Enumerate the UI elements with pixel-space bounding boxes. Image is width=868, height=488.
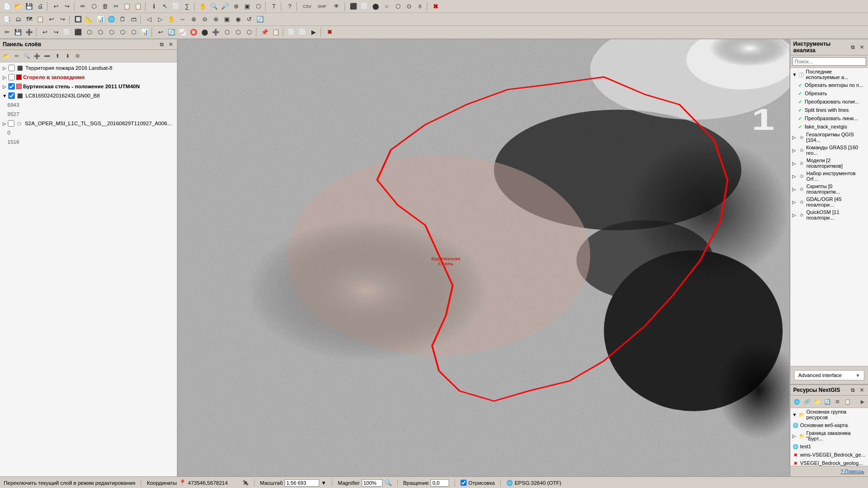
open-project-btn[interactable]: 📂	[13, 1, 23, 12]
coordinates-input[interactable]	[188, 480, 241, 486]
tree-item[interactable]: ✔ Split lines with lines	[790, 106, 868, 114]
layer-visibility-checkbox[interactable]	[8, 83, 15, 90]
reshape-btn[interactable]: ⬡	[84, 27, 94, 37]
list-item[interactable]: ▼ ⬛ LC81650242016243LGN00_B8	[0, 91, 177, 100]
tree-item[interactable]: ▷ ⚙ Команды GRASS [160 гео...	[790, 144, 868, 157]
rendering-checkbox[interactable]	[461, 480, 467, 486]
deselect-btn[interactable]: ⬜	[171, 1, 181, 12]
expand-arrow[interactable]: ▷	[2, 84, 7, 89]
layer-add-btn[interactable]: ➕	[32, 51, 42, 61]
layer-visibility-checkbox[interactable]	[8, 65, 15, 71]
layer-open-btn[interactable]: 📂	[2, 51, 11, 61]
binoculars-btn[interactable]: 👁	[330, 1, 343, 12]
rotate-btn[interactable]: ↺	[244, 14, 254, 24]
tree-item[interactable]: ▷ ⚙ Скрипты [0 геоалгоритм...	[790, 183, 868, 195]
q-btn[interactable]: ▶	[309, 27, 319, 37]
tree-arrow[interactable]: ▷	[792, 135, 797, 140]
new-project-btn[interactable]: 📄	[2, 1, 12, 12]
elips-btn[interactable]: ⊙	[404, 1, 414, 12]
copy-btn[interactable]: 📋	[122, 1, 132, 12]
res-settings-btn[interactable]: ⚙	[833, 397, 842, 406]
undo-btn[interactable]: ↩	[51, 1, 61, 12]
res-item[interactable]: ✖ VSEGEI_Bedrock_geolog...	[790, 459, 868, 466]
zoom-full-btn[interactable]: ⊕	[231, 1, 241, 12]
scale-input[interactable]	[285, 479, 319, 487]
add-ring-btn[interactable]: ⭕	[188, 27, 199, 37]
map-area[interactable]: Буртинская Степь 1	[178, 39, 789, 476]
zoom-last-btn[interactable]: ◁	[144, 14, 154, 24]
add-raster-btn[interactable]: 🔲	[73, 14, 83, 24]
help-link[interactable]: ? Помощь	[840, 469, 864, 474]
list-item[interactable]: ▷ Буртинская степь - положение 2011 UTM4…	[0, 82, 177, 91]
zoom-out-btn[interactable]: 🔎	[220, 1, 230, 12]
edit-toggle-btn[interactable]: ✏	[2, 27, 12, 37]
tree-arrow[interactable]: ▷	[792, 161, 798, 166]
res-item[interactable]: 🌐 test1	[790, 442, 868, 451]
pan-btn[interactable]: ✋	[198, 1, 208, 12]
rect-btn[interactable]: ⬛	[348, 1, 358, 12]
shape-btn[interactable]: SHP	[315, 1, 329, 12]
fill-ring-btn[interactable]: ⬤	[200, 27, 210, 37]
zoom-out2-btn[interactable]: ⊖	[200, 14, 210, 24]
add-db-btn[interactable]: 🗃	[128, 14, 139, 24]
poly-btn[interactable]: ⬡	[393, 1, 403, 12]
magnifier-input[interactable]	[362, 479, 382, 487]
res-item[interactable]: ▷ 📁 Граница заказника "Бурт...	[790, 429, 868, 442]
zoom-layer-btn[interactable]: ▣	[242, 1, 252, 12]
delete-btn[interactable]: 🗑	[100, 1, 110, 12]
list-item[interactable]: ▷ ⬡ S2A_OPER_MSI_L1C_TL_SGS__20160829T11…	[0, 119, 177, 128]
list-item[interactable]: ▷ Сгорело в заповеднике	[0, 73, 177, 82]
tree-arrow[interactable]: ▷	[792, 174, 798, 179]
tree-item[interactable]: ✔ Преобразовать полиг...	[790, 98, 868, 106]
add-wms-btn[interactable]: 🌐	[106, 14, 116, 24]
list-item[interactable]: ▷ ⬛ Территория пожара 2016 Landsat-8	[0, 63, 177, 73]
add-part-btn[interactable]: ➕	[211, 27, 221, 37]
layer-up-btn[interactable]: ⬆	[53, 51, 62, 61]
chart-btn[interactable]: 📊	[140, 27, 150, 37]
layer-visibility-checkbox[interactable]	[8, 74, 15, 80]
add-feat-btn[interactable]: ➕	[24, 27, 34, 37]
del-part-btn[interactable]: ⬡	[233, 27, 243, 37]
layer-visibility-checkbox[interactable]	[8, 92, 15, 99]
expand-arrow[interactable]: ▼	[792, 412, 797, 417]
merge-btn[interactable]: ⬡	[128, 27, 139, 37]
layer-panel-btn[interactable]: 📑	[2, 14, 12, 24]
redo-btn[interactable]: ↪	[62, 1, 72, 12]
add-vector-btn[interactable]: 📐	[84, 14, 94, 24]
label-btn[interactable]: T	[269, 1, 279, 12]
redo2-btn[interactable]: ↪	[57, 14, 67, 24]
res-item[interactable]: 🌐 Основная веб-карта	[790, 421, 868, 429]
res-tb-btn-1[interactable]: 🌐	[792, 397, 801, 406]
field-calc-btn[interactable]: ⬜	[286, 27, 297, 37]
tree-arrow[interactable]: ▷	[792, 200, 797, 205]
resources-panel-close[interactable]: ✕	[858, 386, 865, 394]
browser-btn[interactable]: 🗂	[13, 14, 23, 24]
scale-dropdown-arrow[interactable]: ▼	[321, 480, 326, 486]
layer-remove-btn[interactable]: ➖	[42, 51, 52, 61]
zoom-next-btn[interactable]: ▷	[155, 14, 165, 24]
split-parts-btn[interactable]: ⬡	[117, 27, 127, 37]
layer-filter-btn[interactable]: 🔍	[22, 51, 31, 61]
split-btn[interactable]: ⬡	[106, 27, 116, 37]
res-item[interactable]: ▼ 📁 Основная группа ресурсов	[790, 408, 868, 421]
stats-btn[interactable]: ∑	[182, 1, 192, 12]
advanced-dig-btn[interactable]: ↩	[155, 27, 165, 37]
pan2-btn[interactable]: ✋	[166, 14, 176, 24]
tree-item[interactable]: ✔ Обрезать	[790, 89, 868, 98]
tree-item[interactable]: ✔ fake_track_nextgis	[790, 122, 868, 131]
resources-scroll-right[interactable]: ▶	[859, 398, 866, 405]
tree-item[interactable]: ▷ ⚙ QuickOSM [11 геоалгори...	[790, 208, 868, 221]
circle2-btn[interactable]: ○	[382, 1, 392, 12]
analysis-search-input[interactable]	[792, 57, 866, 66]
log-btn[interactable]: 📋	[35, 14, 45, 24]
zoom-full2-btn[interactable]: ⊕	[211, 14, 221, 24]
tree-arrow[interactable]: ▷	[792, 213, 798, 218]
part-btn[interactable]: ⬛	[73, 27, 83, 37]
qgis-btn[interactable]: ✖	[431, 1, 441, 12]
node2-btn[interactable]: ↪	[51, 27, 61, 37]
layer-settings-btn[interactable]: ⚙	[73, 51, 82, 61]
identify-btn[interactable]: ℹ	[149, 1, 159, 12]
offset-btn[interactable]: ⬡	[95, 27, 105, 37]
enable-tracing-btn[interactable]: 📋	[271, 27, 281, 37]
help-btn[interactable]: ?	[285, 1, 295, 12]
